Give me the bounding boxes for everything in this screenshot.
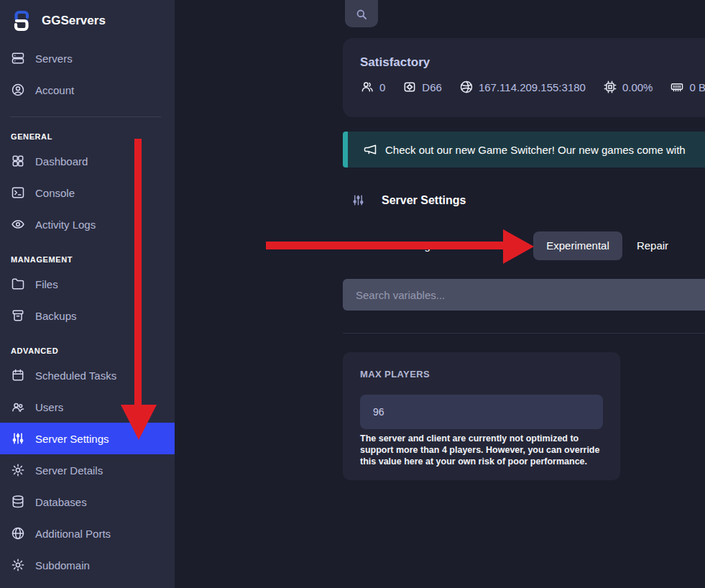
stat-value: 0.00%	[622, 81, 653, 93]
brand: GGServers	[0, 0, 175, 33]
calendar-icon	[11, 368, 25, 382]
announcement-banner: Check out our new Game Switcher! Our new…	[343, 132, 705, 167]
sidebar-item-label: Scheduled Tasks	[35, 369, 116, 382]
sidebar-item-label: Activity Logs	[35, 219, 96, 231]
database-icon	[11, 495, 25, 509]
account-icon	[11, 83, 25, 97]
sidebar-item-label: Files	[35, 278, 58, 290]
console-icon	[11, 185, 25, 200]
stat-value: D66	[422, 81, 442, 93]
page-title: Server Settings	[351, 193, 466, 207]
banner-text: Check out our new Game Switcher! Our new…	[385, 144, 686, 156]
sidebar-item-dashboard[interactable]: Dashboard	[0, 145, 175, 177]
gg-logo-icon	[10, 9, 33, 32]
search-button[interactable]	[345, 0, 378, 27]
sidebar-item-label: Server Details	[35, 464, 103, 477]
servers-icon	[11, 51, 25, 65]
sidebar-section-general: GENERAL	[0, 131, 175, 142]
archive-icon	[11, 308, 25, 323]
sidebar-item-label: Server Settings	[35, 433, 109, 445]
cpu-icon	[603, 80, 617, 94]
sliders-icon	[11, 431, 25, 446]
sidebar-item-label: Users	[35, 401, 63, 413]
sidebar-item-subdomain[interactable]: Subdomain	[0, 549, 175, 581]
stat-node: D66	[402, 80, 442, 94]
sidebar-item-additional-ports[interactable]: Additional Ports	[0, 518, 175, 549]
sidebar-divider	[10, 116, 161, 117]
sidebar-item-backups[interactable]: Backups	[0, 300, 175, 331]
max-players-input[interactable]	[360, 395, 603, 429]
memory-icon	[670, 80, 684, 94]
content-divider	[343, 333, 705, 334]
sidebar-item-files[interactable]: Files	[0, 268, 175, 300]
sidebar-item-account[interactable]: Account	[0, 74, 175, 106]
tab-repair[interactable]: Repair	[622, 231, 683, 260]
sidebar-item-label: Account	[35, 84, 74, 96]
sidebar-item-label: Backups	[35, 310, 77, 322]
annotation-arrow-horizontal-line	[266, 242, 503, 249]
magnifier-icon	[355, 8, 368, 21]
stat-value: 167.114.209.155:3180	[479, 81, 586, 93]
server-summary-card: Satisfactory 0 D66	[343, 38, 705, 117]
max-players-label: MAX PLAYERS	[360, 369, 430, 380]
stat-address: 167.114.209.155:3180	[459, 80, 586, 94]
users-icon	[11, 400, 25, 414]
sidebar-item-label: Databases	[35, 496, 87, 508]
sidebar-section-advanced: ADVANCED	[0, 345, 175, 357]
sliders-icon	[351, 193, 365, 207]
stat-memory: 0 Bytes	[670, 80, 705, 94]
stat-value: 0 Bytes	[689, 81, 705, 93]
dashboard-icon	[11, 154, 25, 168]
max-players-card: MAX PLAYERS The server and client are cu…	[343, 352, 620, 480]
folder-icon	[11, 277, 25, 291]
sidebar-item-servers[interactable]: Servers	[0, 42, 175, 74]
app-window: GGServers Servers Account	[0, 0, 705, 588]
gear-icon	[11, 558, 25, 572]
server-stats: 0 D66 167.114.209.155:3180	[360, 80, 705, 94]
server-name: Satisfactory	[360, 55, 430, 70]
annotation-arrow-vertical-line	[134, 139, 142, 405]
sidebar-item-label: Dashboard	[35, 155, 88, 167]
sidebar: GGServers Servers Account	[0, 0, 175, 588]
stat-value: 0	[379, 81, 385, 93]
max-players-help-text: The server and client are currently not …	[360, 433, 606, 467]
sidebar-item-scheduled-tasks[interactable]: Scheduled Tasks	[0, 359, 175, 391]
page-title-text: Server Settings	[382, 194, 466, 207]
sidebar-item-server-details[interactable]: Server Details	[0, 454, 175, 486]
sidebar-item-label: Console	[35, 187, 75, 199]
brand-name: GGServers	[42, 14, 106, 28]
sidebar-item-databases[interactable]: Databases	[0, 486, 175, 518]
globe-icon	[11, 526, 25, 541]
machine-icon	[402, 80, 417, 94]
players-icon	[360, 80, 374, 94]
sidebar-item-label: Additional Ports	[35, 528, 111, 540]
sidebar-item-activity-logs[interactable]: Activity Logs	[0, 208, 175, 240]
globe-icon	[459, 80, 474, 94]
variables-search-input[interactable]	[343, 279, 705, 311]
annotation-arrow-vertical-head	[121, 405, 157, 440]
stat-players: 0	[360, 80, 385, 94]
sidebar-item-console[interactable]: Console	[0, 177, 175, 208]
stat-cpu: 0.00%	[603, 80, 653, 94]
sidebar-item-label: Subdomain	[35, 559, 90, 571]
tab-experimental[interactable]: Experimental	[533, 231, 622, 260]
sidebar-section-management: MANAGEMENT	[0, 254, 175, 265]
eye-icon	[11, 217, 25, 231]
sidebar-item-label: Servers	[35, 52, 73, 65]
megaphone-icon	[363, 142, 377, 157]
annotation-arrow-horizontal-head	[503, 229, 534, 264]
gear-icon	[11, 463, 25, 477]
